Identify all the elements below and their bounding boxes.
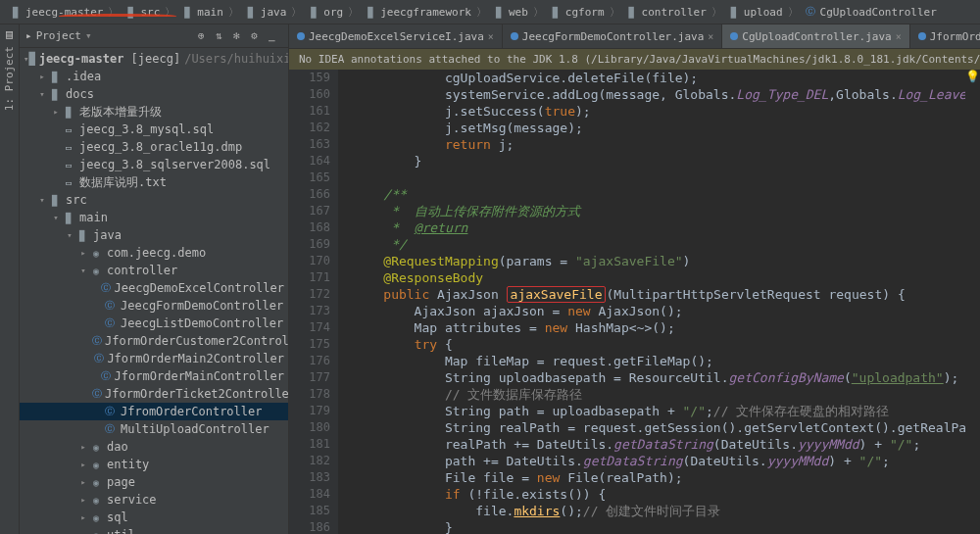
expand-icon[interactable]: ▸ [37, 72, 47, 81]
bulb-icon[interactable]: 💡 [965, 70, 980, 534]
tree-row[interactable]: ▾▉docs [20, 85, 288, 103]
class-icon: Ⓒ [102, 422, 118, 436]
hide-icon[interactable]: ⎯ [269, 29, 282, 43]
editor-tab[interactable]: JeecgDemoExcelServiceI.java× [289, 24, 503, 48]
project-panel-title: Project [36, 29, 81, 42]
tree-row[interactable]: ⒸJeecgFormDemoController [20, 297, 288, 315]
line-number: 172 [289, 286, 330, 303]
expand-icon[interactable]: ▾ [51, 213, 61, 222]
breadcrumb-label: org [323, 6, 343, 19]
collapse-icon[interactable]: ⇅ [216, 29, 229, 43]
breadcrumb-label: java [261, 6, 287, 19]
editor-tab[interactable]: JformOrderCustomer2Controller.java× [910, 24, 980, 48]
expand-icon[interactable]: ▾ [37, 89, 47, 99]
breadcrumb-item[interactable]: ▉jeecgframework [360, 5, 475, 19]
tree-root[interactable]: ▾▉jeecg-master [jeecg]/Users/huihuixiao/… [20, 50, 288, 68]
tree-label: main [79, 211, 108, 224]
tree-label: entity [107, 458, 149, 471]
project-tool-label[interactable]: 1: Project [3, 46, 16, 111]
expand-icon[interactable]: ▸ [78, 495, 88, 505]
folder-icon: ▉ [61, 213, 76, 223]
breadcrumb-item[interactable]: ▉upload [723, 5, 787, 19]
breadcrumb-item[interactable]: ▉controller [621, 5, 710, 19]
tree-row[interactable]: ▾▉main [20, 209, 288, 226]
tree-row[interactable]: ⒸJeecgDemoExcelController [20, 279, 288, 297]
tree-row[interactable]: ▭数据库说明.txt [20, 173, 288, 191]
line-number: 169 [289, 236, 330, 253]
breadcrumb-label: CgUploadController [820, 6, 937, 19]
tree-label: jeecg_3.8_sqlserver2008.sql [79, 158, 270, 171]
tool-window-bar[interactable]: ▤ 1: Project [0, 24, 20, 534]
scroll-from-source-icon[interactable]: ⊕ [198, 29, 212, 43]
expand-icon[interactable]: ▸ [78, 442, 88, 452]
file-icon: ▭ [61, 124, 76, 135]
tree-row[interactable]: ▸◉dao [20, 438, 288, 456]
expand-icon[interactable]: ▸ [78, 530, 88, 534]
project-tree[interactable]: ▾▉jeecg-master [jeecg]/Users/huihuixiao/… [20, 48, 288, 534]
tree-row[interactable]: ▸▉.idea [20, 68, 288, 85]
breadcrumb-item[interactable]: ▉main [176, 5, 227, 19]
line-number: 170 [289, 253, 330, 269]
tree-row[interactable]: ▸◉util [20, 526, 288, 534]
dropdown-icon[interactable]: ▾ [85, 29, 92, 42]
expand-icon[interactable]: ▸ [78, 460, 88, 469]
tree-row[interactable]: ⒸJfromOrderController [20, 403, 288, 420]
tree-row[interactable]: ⒸJformOrderMain2Controller [20, 350, 288, 367]
breadcrumb-separator: 〉 [348, 5, 359, 20]
tree-row[interactable]: ▾◉controller [20, 262, 288, 279]
tree-row[interactable]: ▸▉老版本增量升级 [20, 103, 288, 121]
code-content[interactable]: cgUploadService.deleteFile(file); system… [338, 70, 965, 534]
tree-row[interactable]: ▸◉page [20, 473, 288, 491]
close-icon[interactable]: × [488, 31, 494, 42]
settings-icon[interactable]: ✻ [233, 29, 247, 43]
tree-row[interactable]: ⒸJformOrderMainController [20, 367, 288, 385]
editor-tab[interactable]: JeecgFormDemoController.java× [503, 24, 722, 48]
folder-icon: ▉ [9, 5, 23, 19]
tree-row[interactable]: ▭jeecg_3.8_oracle11g.dmp [20, 138, 288, 156]
line-number: 179 [289, 403, 330, 419]
tree-label: docs [66, 87, 94, 101]
class-icon: Ⓒ [100, 281, 112, 295]
tree-row[interactable]: ▸◉sql [20, 509, 288, 526]
tree-label: JformOrderMain2Controller [107, 352, 284, 365]
tree-row[interactable]: ⒸJeecgListDemoController [20, 315, 288, 332]
expand-icon[interactable]: ▾ [65, 230, 74, 240]
close-icon[interactable]: × [708, 31, 713, 42]
breadcrumb-item[interactable]: ▉java [240, 5, 291, 19]
code-editor[interactable]: 1591601611621631641651661671681691701711… [289, 70, 980, 534]
line-number: 159 [289, 70, 330, 86]
tree-row[interactable]: ▸◉com.jeecg.demo [20, 244, 288, 262]
tree-row[interactable]: ▸◉entity [20, 456, 288, 473]
editor-tabs: JeecgDemoExcelServiceI.java×JeecgFormDem… [289, 24, 980, 49]
breadcrumb-label: main [197, 6, 223, 19]
breadcrumb-item[interactable]: ⒸCgUploadController [800, 5, 941, 19]
breadcrumb-item[interactable]: ▉cgform [545, 5, 609, 19]
expand-icon[interactable]: ▸ [78, 477, 88, 487]
jdk-notice-bar[interactable]: No IDEA annotations attached to the JDK … [289, 49, 980, 70]
tree-row[interactable]: ▾▉src [20, 191, 288, 209]
line-number: 186 [289, 519, 330, 534]
class-icon: Ⓒ [92, 334, 102, 348]
tree-row[interactable]: ▸◉service [20, 491, 288, 509]
gear-icon[interactable]: ⚙ [251, 29, 265, 43]
project-tool-button[interactable]: ▤ [6, 27, 13, 41]
line-number: 165 [289, 170, 330, 186]
line-number: 181 [289, 436, 330, 453]
breadcrumb-item[interactable]: ▉web [488, 5, 532, 19]
project-panel-arrow-icon[interactable]: ▸ [25, 29, 32, 42]
tree-row[interactable]: ▭jeecg_3.8_mysql.sql [20, 121, 288, 138]
editor-tab[interactable]: CgUploadController.java× [722, 24, 909, 48]
tree-row[interactable]: ▾▉java [20, 226, 288, 244]
expand-icon[interactable]: ▸ [51, 107, 61, 117]
expand-icon[interactable]: ▾ [78, 266, 88, 275]
expand-icon[interactable]: ▸ [78, 512, 88, 522]
tree-row[interactable]: ▭jeecg_3.8_sqlserver2008.sql [20, 156, 288, 173]
expand-icon[interactable]: ▾ [37, 195, 47, 205]
breadcrumb-item[interactable]: ▉org [303, 5, 347, 19]
line-number: 184 [289, 486, 330, 503]
tree-row[interactable]: ⒸMultiUploadController [20, 420, 288, 438]
close-icon[interactable]: × [896, 31, 902, 42]
tree-row[interactable]: ⒸJformOrderCustomer2Controller [20, 332, 288, 350]
expand-icon[interactable]: ▸ [78, 248, 88, 258]
tree-row[interactable]: ⒸJformOrderTicket2Controller [20, 385, 288, 403]
